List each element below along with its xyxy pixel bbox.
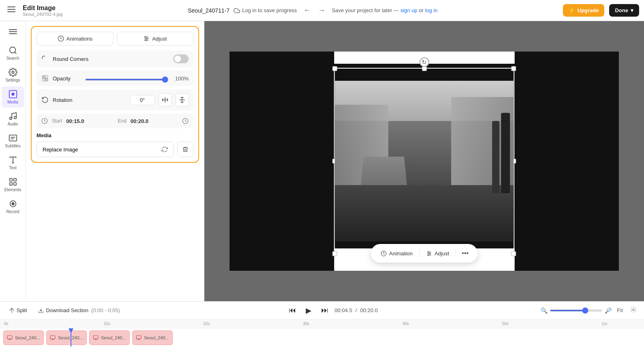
clip-icon-2 bbox=[50, 335, 56, 341]
sidebar-item-settings[interactable]: Settings bbox=[2, 65, 24, 86]
clip-name-4: Seoul_240... bbox=[144, 335, 169, 340]
record-icon bbox=[9, 199, 17, 208]
svg-rect-12 bbox=[9, 135, 16, 141]
canvas-image-container[interactable]: ↻ bbox=[334, 68, 515, 255]
svg-rect-46 bbox=[93, 335, 98, 339]
split-button[interactable]: Split bbox=[6, 305, 30, 315]
zoom-out-button[interactable]: 🔍 bbox=[541, 307, 547, 314]
track-clip-3[interactable]: Seoul_240... bbox=[89, 330, 130, 345]
toggle-slider bbox=[173, 54, 189, 63]
replace-image-button[interactable]: Replace Image bbox=[36, 142, 174, 157]
resize-handle-top-right[interactable] bbox=[511, 66, 516, 71]
end-value: 00:20.0 bbox=[131, 118, 178, 124]
signup-link[interactable]: sign up bbox=[400, 7, 417, 13]
trash-icon bbox=[182, 146, 189, 153]
sidebar: Search Settings Media Audio Subtitles bbox=[0, 21, 26, 301]
timeline-toolbar: Split Download Section (0:00 - 0:05) ⏮ ▶… bbox=[0, 302, 644, 319]
ruler-30s: 30s bbox=[302, 321, 342, 326]
login-link[interactable]: log in bbox=[425, 7, 438, 13]
hamburger-icon[interactable] bbox=[6, 24, 20, 40]
rewind-button[interactable]: ⏮ bbox=[286, 304, 299, 317]
resize-handle-top-left[interactable] bbox=[333, 66, 337, 71]
end-label: End bbox=[118, 118, 127, 124]
floating-toolbar: Animation Adjust ••• bbox=[371, 244, 478, 263]
clip-name-1: Seoul_240... bbox=[15, 335, 40, 340]
float-more-icon: ••• bbox=[462, 250, 469, 257]
svg-rect-18 bbox=[13, 183, 16, 185]
save-prompt: Save your project for later — sign up or… bbox=[332, 7, 438, 13]
clip-icon-3 bbox=[93, 335, 99, 341]
flip-horizontal-button[interactable] bbox=[159, 93, 172, 106]
svg-point-6 bbox=[9, 47, 15, 53]
undo-button[interactable]: ← bbox=[301, 4, 313, 16]
tab-animations[interactable]: Animations bbox=[36, 32, 114, 45]
download-range: (0:00 - 0:05) bbox=[91, 307, 120, 313]
timeline-settings-button[interactable] bbox=[629, 305, 638, 316]
cloud-save-button[interactable]: Log in to save progress bbox=[234, 7, 297, 14]
float-more-button[interactable]: ••• bbox=[459, 247, 472, 259]
start-label: Start bbox=[52, 118, 62, 124]
rotation-icon bbox=[41, 96, 49, 104]
playhead bbox=[71, 328, 71, 347]
total-time: 00:20.0 bbox=[360, 307, 378, 313]
ruler-40s: 40s bbox=[401, 321, 442, 326]
download-section-button[interactable]: Download Section (0:00 - 0:05) bbox=[35, 305, 123, 315]
svg-point-20 bbox=[11, 202, 14, 205]
opacity-slider[interactable] bbox=[85, 79, 168, 80]
round-corners-toggle[interactable] bbox=[173, 54, 189, 63]
opacity-row: Opacity 100% bbox=[36, 71, 193, 86]
upgrade-button[interactable]: ⚡ Upgrade bbox=[563, 4, 605, 17]
sidebar-item-text[interactable]: Text bbox=[2, 152, 24, 173]
zoom-slider[interactable] bbox=[550, 310, 602, 311]
svg-rect-3 bbox=[9, 29, 17, 30]
topbar-center: Seoul_240711-7 Log in to save progress ←… bbox=[188, 4, 438, 16]
float-animation-button[interactable]: Animation bbox=[377, 248, 417, 259]
fast-forward-button[interactable]: ⏭ bbox=[318, 304, 331, 317]
sidebar-item-elements[interactable]: Elements bbox=[2, 174, 24, 195]
cloud-icon bbox=[234, 7, 240, 14]
nav-arrows: ← → bbox=[301, 4, 328, 16]
resize-handle-bottom-left[interactable] bbox=[333, 251, 337, 256]
resize-handle-bottom-right[interactable] bbox=[511, 251, 516, 256]
float-adjust-button[interactable]: Adjust bbox=[422, 248, 453, 259]
round-corners-icon bbox=[41, 55, 49, 63]
track-clip-2[interactable]: Seoul_240... bbox=[46, 330, 87, 345]
svg-point-11 bbox=[14, 117, 16, 119]
main-area: Search Settings Media Audio Subtitles bbox=[0, 21, 644, 301]
sidebar-item-record[interactable]: Record bbox=[2, 196, 24, 217]
track-clip-4[interactable]: Seoul_240... bbox=[132, 330, 173, 345]
flip-vertical-button[interactable] bbox=[176, 93, 189, 106]
tab-adjust[interactable]: Adjust bbox=[117, 32, 194, 45]
track-clip-1[interactable]: Seoul_240... bbox=[3, 330, 44, 345]
done-label: Done bbox=[615, 7, 628, 13]
sidebar-item-media[interactable]: Media bbox=[2, 86, 24, 108]
svg-point-43 bbox=[633, 309, 634, 311]
flip-vertical-icon bbox=[178, 96, 186, 104]
fit-button[interactable]: Fit bbox=[614, 306, 626, 315]
delete-image-button[interactable] bbox=[177, 142, 193, 157]
opacity-slider-wrap bbox=[85, 76, 168, 82]
svg-rect-2 bbox=[7, 11, 15, 12]
animations-icon bbox=[58, 35, 64, 42]
zoom-in-button[interactable]: 🔎 bbox=[605, 307, 612, 314]
svg-rect-47 bbox=[136, 335, 141, 339]
ruler-50s: 50s bbox=[501, 321, 541, 326]
svg-rect-31 bbox=[45, 79, 48, 81]
menu-button[interactable] bbox=[5, 4, 18, 17]
redo-button[interactable]: → bbox=[316, 4, 328, 16]
sidebar-item-subtitles[interactable]: Subtitles bbox=[2, 130, 24, 151]
play-button[interactable]: ▶ bbox=[302, 304, 315, 317]
timeline-settings-icon bbox=[630, 306, 637, 313]
sidebar-item-audio[interactable]: Audio bbox=[2, 108, 24, 129]
ruler-marks: 0s 10s 20s 30s 40s 50s 1m bbox=[3, 321, 641, 326]
round-corners-row: Round Corners bbox=[36, 50, 193, 67]
clip-icon-1 bbox=[7, 335, 13, 341]
svg-rect-1 bbox=[7, 9, 15, 10]
rotate-handle[interactable]: ↻ bbox=[419, 57, 429, 67]
timeline-area: Split Download Section (0:00 - 0:05) ⏮ ▶… bbox=[0, 301, 644, 356]
sidebar-item-search[interactable]: Search bbox=[2, 43, 24, 64]
float-animation-icon bbox=[381, 250, 387, 257]
svg-rect-5 bbox=[9, 33, 17, 34]
ruler-20s: 20s bbox=[202, 321, 243, 326]
done-button[interactable]: Done ▾ bbox=[609, 4, 639, 17]
